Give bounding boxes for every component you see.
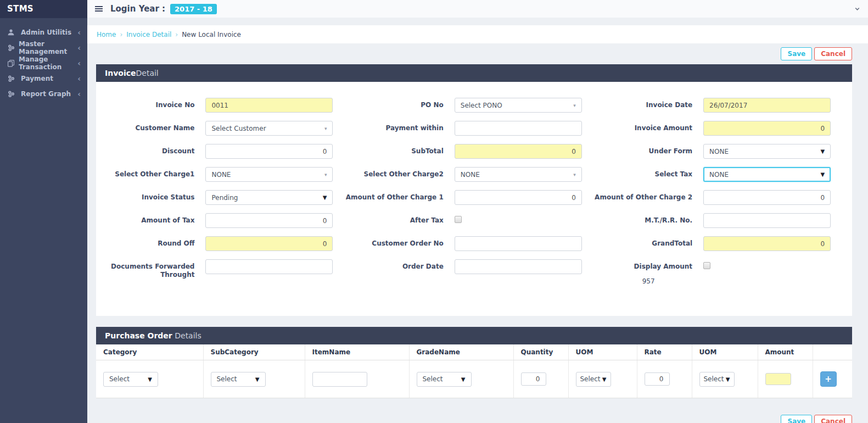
- form-row: Round OffCustomer Order NoGrandTotal: [96, 236, 843, 251]
- sidebar-item-master-management[interactable]: Master Management‹: [0, 40, 87, 55]
- display-amount-checkbox[interactable]: [703, 262, 710, 269]
- hamburger-menu-icon[interactable]: [95, 5, 103, 13]
- select-value: Select: [423, 375, 443, 383]
- select-value: Select PONO: [461, 102, 502, 109]
- sidebar-item-admin-utilitis[interactable]: Admin Utilitis‹: [0, 25, 87, 40]
- sidebar-item-manage-transaction[interactable]: Manage Transaction‹: [0, 55, 87, 71]
- form-field-amount-of-other-charge-2: Amount of Other Charge 2: [594, 190, 843, 205]
- save-button-bottom[interactable]: Save: [781, 415, 812, 423]
- column-header-itemname: ItemName: [305, 344, 409, 360]
- field-control: [703, 236, 831, 251]
- chevron-down-icon: ▼: [820, 148, 825, 154]
- field-label: Invoice Amount: [594, 121, 703, 132]
- chevron-down-icon: ▾: [324, 126, 327, 131]
- invoice-amount-input[interactable]: [703, 121, 831, 136]
- form-field-select-other-charge2: Select Other Charge2NONE▾: [345, 167, 593, 182]
- field-note: 957: [594, 277, 692, 286]
- subcategory-select[interactable]: Select▼: [211, 372, 266, 387]
- purchase-order-panel: Purchase Order Details CategorySubCatego…: [96, 327, 852, 398]
- chevron-down-icon[interactable]: [854, 6, 860, 12]
- form-field-under-form: Under FormNONE▼: [594, 144, 843, 159]
- grandtotal-input[interactable]: [703, 236, 831, 251]
- uom-select[interactable]: Select▼: [576, 372, 611, 387]
- gradename-select[interactable]: Select▼: [417, 372, 472, 387]
- panel-subtitle: Details: [172, 331, 201, 340]
- select-value: NONE: [461, 171, 480, 179]
- breadcrumb-home[interactable]: Home: [97, 31, 116, 38]
- chevron-down-icon: ▼: [461, 376, 466, 382]
- select-tax-select[interactable]: NONE▼: [703, 167, 831, 182]
- customer-name-select[interactable]: Select Customer▾: [205, 121, 333, 136]
- sidebar-item-report-graph[interactable]: Report Graph‹: [0, 86, 87, 102]
- select-value: Select: [217, 375, 237, 383]
- round-off-input[interactable]: [205, 236, 333, 251]
- cell-amount: [758, 360, 813, 398]
- field-label: Discount: [96, 144, 205, 155]
- field-label: GrandTotal: [594, 236, 703, 248]
- customer-order-no-input[interactable]: [455, 236, 582, 251]
- field-label: Documents Forwarded Throught: [96, 259, 205, 279]
- chevron-down-icon: ▼: [323, 194, 327, 201]
- field-control: NONE▼: [703, 167, 831, 182]
- add-row-button[interactable]: +: [820, 371, 837, 387]
- po-no-select[interactable]: Select PONO▾: [455, 98, 582, 113]
- invoice-status-select[interactable]: Pending▼: [205, 190, 333, 205]
- page-content: Save Cancel InvoiceDetail Invoice NoPO N…: [87, 43, 868, 423]
- sidebar-item-label: Payment: [21, 75, 53, 82]
- field-control: [455, 236, 582, 251]
- field-control: [205, 144, 333, 159]
- payment-within-input[interactable]: [455, 121, 582, 136]
- field-control: [703, 190, 831, 205]
- select-other-charge1-select[interactable]: NONE▾: [205, 167, 333, 182]
- amount-of-tax-input[interactable]: [205, 213, 333, 228]
- field-label: Display Amount957: [594, 259, 703, 286]
- amount-of-other-charge-1-input[interactable]: [455, 190, 582, 205]
- uom2-select[interactable]: Select▼: [699, 372, 735, 387]
- amount-input[interactable]: [765, 373, 791, 385]
- form-field-invoice-amount: Invoice Amount: [594, 121, 843, 136]
- chevron-down-icon: ▾: [573, 103, 576, 108]
- main-area: Login Year : 2017 - 18 Home›Invoice Deta…: [87, 0, 868, 423]
- save-button-top[interactable]: Save: [781, 47, 812, 60]
- form-field-m-t-r-r-no: M.T./R.R. No.: [594, 213, 843, 228]
- field-label: Order Date: [345, 259, 454, 271]
- cancel-button-bottom[interactable]: Cancel: [814, 415, 852, 423]
- invoice-date-input[interactable]: [703, 98, 831, 113]
- subtotal-input[interactable]: [455, 144, 582, 159]
- invoice-no-input[interactable]: [205, 98, 333, 113]
- cancel-button-top[interactable]: Cancel: [814, 47, 852, 60]
- form-row: DiscountSubTotalUnder FormNONE▼: [96, 144, 843, 159]
- field-label: Amount of Other Charge 2: [594, 190, 703, 202]
- after-tax-checkbox[interactable]: [455, 216, 462, 223]
- select-other-charge2-select[interactable]: NONE▾: [455, 167, 582, 182]
- quantity-input[interactable]: [521, 372, 546, 386]
- field-label: Select Other Charge1: [96, 167, 205, 179]
- field-control: Pending▼: [205, 190, 333, 205]
- field-label: Invoice Status: [96, 190, 205, 202]
- under-form-select[interactable]: NONE▼: [703, 144, 831, 159]
- order-date-input[interactable]: [455, 259, 582, 274]
- amount-of-other-charge-2-input[interactable]: [703, 190, 831, 205]
- discount-input[interactable]: [205, 144, 333, 159]
- breadcrumb-invoice-detail[interactable]: Invoice Detail: [126, 31, 171, 38]
- field-label: Customer Order No: [345, 236, 454, 248]
- sidebar-item-payment[interactable]: Payment‹: [0, 71, 87, 86]
- rate-input[interactable]: [645, 372, 670, 386]
- form-field-po-no: PO NoSelect PONO▾: [345, 98, 593, 113]
- user-icon: [7, 29, 18, 36]
- column-header-uom: UOM: [568, 344, 637, 360]
- column-header-uom: UOM: [692, 344, 758, 360]
- m-t-r-r-no-input[interactable]: [703, 213, 831, 228]
- cell-gradename: Select▼: [409, 360, 513, 398]
- cell-category: Select▼: [96, 360, 203, 398]
- cell-uom2: Select▼: [692, 360, 758, 398]
- form-row: Customer NameSelect Customer▾Payment wit…: [96, 121, 843, 136]
- form-row: Amount of TaxAfter TaxM.T./R.R. No.: [96, 213, 843, 228]
- chevron-down-icon: ▼: [255, 376, 260, 382]
- documents-forwarded-throught-input[interactable]: [205, 259, 333, 274]
- login-year-label: Login Year :: [110, 4, 165, 14]
- sidebar-item-label: Master Management: [19, 40, 77, 55]
- category-select[interactable]: Select▼: [103, 372, 158, 387]
- field-label: After Tax: [345, 213, 454, 225]
- itemname-input[interactable]: [312, 372, 367, 387]
